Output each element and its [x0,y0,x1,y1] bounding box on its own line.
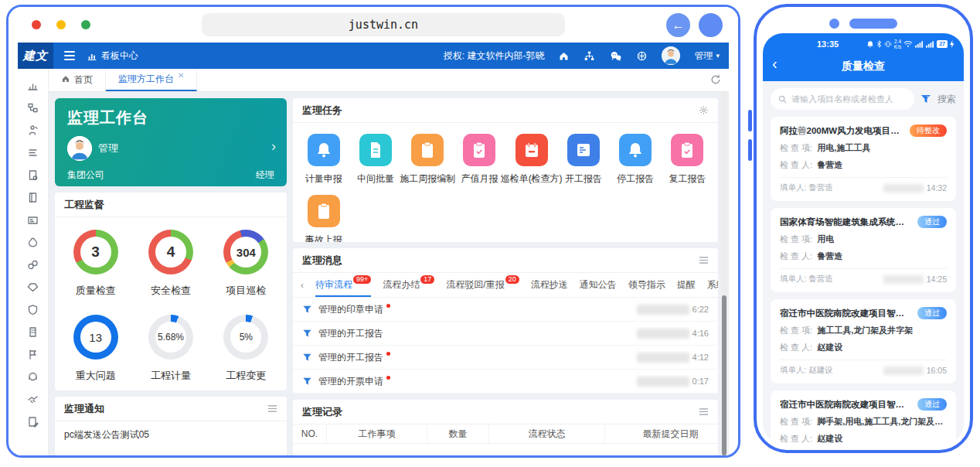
messages-title: 监理消息 [302,254,342,268]
close-window-button[interactable] [32,20,41,29]
phone-speaker [849,19,897,29]
supervision-title: 工程监督 [64,198,104,212]
tasks-title: 监理任务 [302,104,342,118]
nav-dashboard[interactable]: 看板中心 [87,49,138,63]
tab-pending-flows[interactable]: 待审流程99+ [315,273,371,297]
inspection-card[interactable]: 宿迁市中医院南院改建项目智能化施工E… 通过 检 查 项:施工工具,龙门架及井字… [771,299,956,383]
shield-icon[interactable] [27,303,39,315]
support-icon[interactable] [27,370,39,383]
filter-funnel-icon[interactable] [920,94,931,104]
auth-label: 授权: 建文软件内部-郭晓 [444,49,545,63]
inspection-card[interactable]: 宿迁市中医院南院改建项目智能化施工E… 通过 检 查 项:脚手架,用电,施工工具… [771,390,956,444]
org-boxes-icon[interactable] [27,101,39,114]
home-icon[interactable] [558,50,570,62]
tabs-scroll-left-icon[interactable]: ‹ [301,280,304,291]
service-ball-icon[interactable] [636,50,648,62]
message-row[interactable]: 管理的开工报告 4:12 [293,346,718,370]
menu-toggle-icon[interactable] [64,49,75,63]
records-table-header: NO. 工作事项 数量 流程状态 最新提交日期 [293,424,718,444]
flow-funnel-icon [302,353,312,362]
worker-icon[interactable] [27,124,39,136]
tab-leader-instructions[interactable]: 领导指示 [628,273,665,297]
donut-engineering-change[interactable]: 5% 工程变更 [209,315,284,383]
notice-item[interactable]: pc端发送公告测试05 [55,421,287,448]
inspection-card[interactable]: 阿拉善200MW风力发电项目风机吊装… 待整改 检 查 项:用电,施工工具 检 … [771,117,956,201]
task-intermediate-batch[interactable]: 中间批量 [349,134,401,186]
back-arrow-icon[interactable]: ‹ [772,56,778,71]
task-patrol-form[interactable]: 巡检单(检查方) [505,134,557,186]
doc-edit-icon[interactable] [27,415,39,428]
donut-major-issues[interactable]: 13 重大问题 [58,315,133,383]
task-start-report[interactable]: 开工报告 [557,134,609,186]
tab-announcements[interactable]: 通知公告 [580,273,617,297]
notebook-icon[interactable] [27,191,39,203]
user-menu[interactable]: 管理 ▾ [694,49,720,63]
tab-workbench[interactable]: 监理方工作台 ✕ [106,69,197,91]
align-list-icon[interactable] [27,146,39,159]
bar-chart-icon [87,51,97,61]
message-row[interactable]: 管理的印章申请 6:22 [293,298,718,322]
flag-icon[interactable] [27,348,39,360]
gear-icon[interactable] [699,105,709,115]
list-menu-icon[interactable] [267,404,277,413]
dashboard-chart-icon[interactable] [27,79,39,91]
phone-camera [829,19,839,29]
task-resume-report[interactable]: 复工报告 [662,134,713,186]
redacted-date [883,366,924,375]
task-monthly-output[interactable]: 产值月报 [454,134,505,186]
app-logo[interactable]: 建文 [18,43,53,69]
workbench-card[interactable]: 监理工作台 管理 › 集团公司 经理 [55,98,287,186]
building-icon[interactable] [27,326,39,338]
list-menu-icon[interactable] [699,407,709,416]
org-chart-icon[interactable] [584,50,595,62]
url-bar[interactable]: justwin.cn [202,13,565,36]
gem-icon[interactable] [27,281,39,293]
chevron-down-icon: ▾ [716,52,720,60]
wechat-icon[interactable] [609,50,622,62]
search-input[interactable]: 请输入项目名称或者检查人 [771,88,914,110]
refresh-icon[interactable] [710,74,721,88]
close-tab-icon[interactable]: ✕ [178,71,184,80]
minimize-window-button[interactable] [56,20,66,29]
message-row[interactable]: 管理的开票申请 0:17 [293,370,718,394]
user-avatar[interactable] [662,46,680,65]
tab-home[interactable]: 首页 [49,69,106,91]
list-menu-icon[interactable] [699,256,709,264]
search-button[interactable]: 搜索 [937,93,956,106]
coins-icon[interactable] [27,258,39,271]
browser-profile-button[interactable] [699,13,723,37]
status-time: 13:35 [817,39,839,49]
workbench-company: 集团公司 [67,169,104,182]
task-measure-declare[interactable]: 计量申报 [298,134,349,186]
tab-completed-flows[interactable]: 流程办结17 [383,273,434,297]
phone-frame: 13:35 2.4K/s 27 ‹ 质量检查 [754,4,973,453]
tab-reminders[interactable]: 提醒 [677,273,696,297]
page-scrollbar[interactable] [721,92,727,455]
money-bag-icon[interactable] [27,236,39,248]
messages-panel: 监理消息 ‹ 待审流程99+ 流程办结17 流程驳回/重报20 流程抄送 [293,248,718,394]
handshake-icon[interactable] [27,393,39,405]
task-stop-report[interactable]: 停工报告 [610,134,662,186]
task-weekly-report[interactable]: 施工周报编制 [402,134,454,186]
donut-safety-check[interactable]: 4 安全检查 [133,230,208,298]
tab-cc-flows[interactable]: 流程抄送 [531,273,568,297]
browser-back-button[interactable]: ← [666,13,690,37]
id-card-icon[interactable] [27,213,39,226]
task-accident-report[interactable]: 事故上报 [298,195,349,242]
donut-quality-check[interactable]: 3 质量检查 [58,230,133,298]
doc-gear-icon[interactable] [27,169,39,181]
maximize-window-button[interactable] [81,20,90,29]
message-row[interactable]: 管理的开工报告 4:16 [293,322,718,346]
scrollbar-thumb[interactable] [722,295,726,455]
tab-system-todo[interactable]: 系统待办 [707,273,718,297]
inspection-card[interactable]: 国家体育场智能建筑集成系统建设项目 通过 检 查 项:用电 检 查 人:鲁营造 … [771,208,956,292]
signal-4g-icon [915,40,924,48]
donut-project-patrol[interactable]: 304 项目巡检 [209,230,284,298]
clipboard-check-icon [463,134,495,166]
clipboard-icon [411,134,444,166]
donut-engineering-measure[interactable]: 5.68% 工程计量 [133,315,208,383]
chevron-right-icon[interactable]: › [271,138,276,155]
tab-rejected-flows[interactable]: 流程驳回/重报20 [446,273,519,297]
phone-volume-up-button [748,110,752,131]
battery-indicator: 27 [937,40,948,48]
